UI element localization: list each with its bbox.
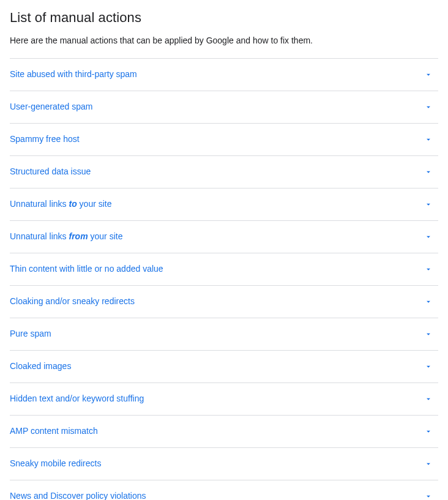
accordion-item[interactable]: Unnatural links from your site	[10, 221, 438, 253]
accordion-item-label: Unnatural links from your site	[10, 231, 122, 243]
chevron-down-icon	[422, 133, 435, 146]
accordion-item-label: Thin content with little or no added val…	[10, 263, 163, 275]
accordion-item[interactable]: Cloaked images	[10, 351, 438, 383]
page-description: Here are the manual actions that can be …	[10, 34, 438, 47]
accordion-item[interactable]: AMP content mismatch	[10, 416, 438, 448]
accordion-item-label: Spammy free host	[10, 133, 80, 146]
chevron-down-icon	[422, 328, 435, 340]
accordion-item-label: User-generated spam	[10, 101, 92, 113]
chevron-down-icon	[422, 263, 435, 275]
accordion-item[interactable]: Site abused with third-party spam	[10, 59, 438, 91]
accordion-item[interactable]: Structured data issue	[10, 156, 438, 188]
accordion-item-label: Cloaking and/or sneaky redirects	[10, 296, 135, 308]
accordion-item[interactable]: Sneaky mobile redirects	[10, 448, 438, 480]
accordion-item-label: Pure spam	[10, 328, 51, 340]
accordion-item-label: Cloaked images	[10, 360, 71, 373]
chevron-down-icon	[422, 458, 435, 470]
chevron-down-icon	[422, 166, 435, 178]
accordion-item-label: Sneaky mobile redirects	[10, 458, 101, 470]
chevron-down-icon	[422, 101, 435, 113]
chevron-down-icon	[422, 360, 435, 373]
accordion-item[interactable]: Spammy free host	[10, 124, 438, 156]
chevron-down-icon	[422, 393, 435, 405]
accordion-item-label: News and Discover policy violations	[10, 490, 146, 500]
accordion-item[interactable]: Cloaking and/or sneaky redirects	[10, 286, 438, 318]
accordion-item-label: Structured data issue	[10, 166, 91, 178]
accordion-item-label: AMP content mismatch	[10, 425, 98, 438]
accordion-item[interactable]: Thin content with little or no added val…	[10, 253, 438, 286]
accordion-item[interactable]: Unnatural links to your site	[10, 188, 438, 221]
accordion-item-label: Site abused with third-party spam	[10, 69, 137, 81]
accordion-list: Site abused with third-party spamUser-ge…	[10, 58, 438, 500]
accordion-item[interactable]: Pure spam	[10, 318, 438, 351]
chevron-down-icon	[422, 490, 435, 500]
accordion-item[interactable]: Hidden text and/or keyword stuffing	[10, 383, 438, 416]
chevron-down-icon	[422, 296, 435, 308]
accordion-item[interactable]: News and Discover policy violations	[10, 480, 438, 500]
accordion-item-label: Unnatural links to your site	[10, 198, 112, 211]
page-title: List of manual actions	[10, 10, 438, 26]
chevron-down-icon	[422, 69, 435, 81]
accordion-item[interactable]: User-generated spam	[10, 91, 438, 124]
chevron-down-icon	[422, 198, 435, 211]
chevron-down-icon	[422, 231, 435, 243]
chevron-down-icon	[422, 425, 435, 438]
accordion-item-label: Hidden text and/or keyword stuffing	[10, 393, 144, 405]
